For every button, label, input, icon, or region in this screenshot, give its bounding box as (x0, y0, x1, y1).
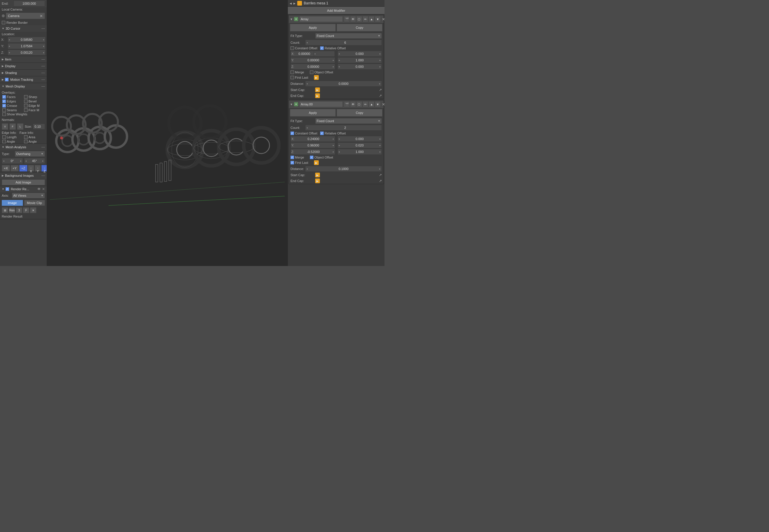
modifier1-rel-x-right-icon[interactable]: ▸ (379, 52, 381, 55)
modifier1-down-icon[interactable]: ▼ (375, 16, 381, 22)
render-result-eye-icon[interactable]: 👁 (37, 187, 41, 191)
modifier2-rel-y-field[interactable]: ◂ 0.020 ▸ (337, 142, 382, 148)
modifier1-rel-y-right-icon[interactable]: ▸ (379, 59, 381, 62)
modifier1-distance-left-icon[interactable]: ◂ (305, 82, 309, 85)
axis-neg-y-btn[interactable]: -Y (35, 165, 41, 171)
modifier2-rel-x-right-icon[interactable]: ▸ (379, 137, 381, 140)
modifier1-object-offset-checkbox[interactable] (310, 70, 313, 74)
modifier1-realtime-icon[interactable]: ⬡ (356, 16, 362, 22)
crease-checkbox[interactable] (2, 104, 6, 107)
modifier2-const-x-right-icon[interactable]: ▸ (332, 137, 335, 140)
modifier1-rel-x-left-icon[interactable]: ◂ (338, 52, 340, 55)
normals-loop-btn[interactable]: L (17, 123, 23, 130)
modifier1-const-x-field[interactable]: X: 0.00000 ▸ (290, 51, 335, 57)
modifier1-rel-z-field[interactable]: ◂ 0.000 ▸ (337, 64, 382, 70)
render-border-checkbox[interactable] (2, 21, 5, 24)
modifier2-first-last-checkbox[interactable] (290, 161, 294, 164)
modifier1-count-field[interactable]: ◂ 6 (305, 40, 382, 46)
modifier2-arrow-icon[interactable]: ▼ (290, 103, 293, 106)
cursor-z-right-arrow[interactable]: ▸ (43, 51, 45, 54)
motion-tracking-checkbox[interactable] (5, 78, 9, 81)
mesh-analysis-close-icon[interactable]: — (41, 145, 45, 149)
modifier2-const-z-field[interactable]: Z: -0.52000 ▸ (290, 149, 335, 155)
render-btn[interactable]: Ren (9, 207, 15, 213)
modifier1-rel-z-right-icon[interactable]: ▸ (379, 65, 381, 68)
render-axis-dropdown[interactable]: All Views ▼ (12, 193, 45, 198)
face-m-checkbox[interactable] (24, 108, 28, 112)
angle-min-right-icon[interactable]: ▸ (19, 159, 23, 162)
nav-back-icon[interactable]: ◂ (289, 1, 292, 6)
modifier1-name-input[interactable] (299, 16, 343, 22)
axis-neg-z-btn[interactable]: -Z (41, 165, 47, 171)
cursor-y-left-arrow[interactable]: ◂ (8, 45, 11, 48)
modifier1-edit-icon[interactable]: ✏ (362, 16, 368, 22)
length-checkbox[interactable] (2, 135, 6, 139)
modifier2-merge-checkbox[interactable] (290, 156, 294, 159)
modifier2-apply-button[interactable]: Apply (290, 109, 336, 117)
add-modifier-button[interactable]: Add Modifier (288, 7, 384, 14)
modifier2-rel-z-left-icon[interactable]: ◂ (338, 150, 340, 153)
modifier2-const-y-field[interactable]: Y: 0.96000 ▸ (290, 142, 335, 148)
modifier2-count-field[interactable]: ◂ 2 (305, 125, 382, 131)
axis-neg-x-btn[interactable]: -X (28, 165, 34, 171)
render-result-close-icon[interactable]: ✕ (42, 187, 45, 191)
mesh-display-header[interactable]: ▼ Mesh Display — (0, 83, 47, 90)
render-num-btn[interactable]: 3 (16, 207, 22, 213)
modifier1-count-left-icon[interactable]: ◂ (305, 41, 309, 44)
angle-max-left-icon[interactable]: ◂ (24, 159, 28, 162)
modifier2-down-icon[interactable]: ▼ (375, 101, 381, 107)
cursor-section-header[interactable]: ▼ 3D Cursor — (0, 25, 47, 32)
render-result-header[interactable]: ▼ Render Re... 👁 ✕ (0, 186, 47, 192)
modifier2-view-icon[interactable]: 👁 (350, 101, 356, 107)
camera-field[interactable]: Camera ✕ (6, 13, 45, 19)
sharp-checkbox[interactable] (24, 95, 28, 99)
item-close-icon[interactable]: — (41, 57, 45, 61)
modifier2-rel-z-right-icon[interactable]: ▸ (379, 150, 381, 153)
modifier1-rel-z-left-icon[interactable]: ◂ (338, 65, 340, 68)
cursor-x-right-arrow[interactable]: ▸ (43, 38, 45, 41)
render-f-btn[interactable]: F (23, 207, 29, 213)
motion-tracking-header[interactable]: ▶ Motion Tracking — (0, 76, 47, 83)
modifier2-close-button[interactable]: ✕ (382, 102, 384, 107)
modifier2-const-z-right-icon[interactable]: ▸ (332, 150, 335, 153)
bg-images-header[interactable]: ▶ Background Images — (0, 172, 47, 179)
modifier2-render-icon[interactable]: 🎬 (344, 101, 350, 107)
modifier1-copy-button[interactable]: Copy (336, 24, 382, 31)
display-section-header[interactable]: ▶ Display — (0, 63, 47, 69)
modifier2-relative-offset-checkbox[interactable] (320, 132, 324, 135)
axis-x-btn[interactable]: +X (2, 165, 10, 171)
nav-forward-icon[interactable]: ▸ (293, 1, 295, 6)
modifier1-render-icon[interactable]: 🎬 (344, 16, 350, 22)
modifier1-end-cap-link-icon[interactable]: ↗ (379, 94, 382, 98)
end-value-field[interactable]: 1000.000 (14, 1, 45, 6)
modifier1-apply-button[interactable]: Apply (290, 24, 336, 31)
bevel-checkbox[interactable] (24, 100, 28, 103)
modifier1-first-last-checkbox[interactable] (290, 76, 294, 79)
movie-clip-button[interactable]: Movie Clip (24, 200, 45, 206)
modifier1-distance-right-icon[interactable]: ▸ (378, 82, 381, 85)
modifier2-const-x-field[interactable]: X: 0.24000 ▸ (290, 136, 335, 142)
render-result-checkbox[interactable] (6, 187, 9, 191)
modifier1-const-x-right-icon[interactable]: ▸ (314, 51, 334, 57)
modifier2-object-offset-checkbox[interactable] (310, 156, 313, 159)
modifier2-rel-z-field[interactable]: ◂ 1.000 ▸ (337, 149, 382, 155)
modifier1-arrow-icon[interactable]: ▼ (290, 18, 293, 21)
modifier1-merge-checkbox[interactable] (290, 70, 294, 74)
item-section-header[interactable]: ▶ Item — (0, 56, 47, 63)
modifier1-fit-type-dropdown[interactable]: Fixed Count ▼ (315, 33, 382, 39)
modifier2-distance-field[interactable]: ◂ 0.1000 ▸ (305, 166, 382, 172)
modifier2-realtime-icon[interactable]: ⬡ (356, 101, 362, 107)
add-image-button[interactable]: Add Image (2, 179, 45, 185)
camera-close-icon[interactable]: ✕ (40, 14, 43, 18)
shading-close-icon[interactable]: — (41, 71, 45, 75)
mesh-analysis-header[interactable]: ▼ Mesh Analysis — (0, 144, 47, 150)
type-dropdown[interactable]: Overhang ▼ (15, 151, 45, 157)
render-close-btn[interactable]: ✕ (30, 207, 36, 213)
modifier1-rel-y-field[interactable]: ◂ 1.000 ▸ (337, 57, 382, 63)
modifier1-constant-offset-checkbox[interactable] (290, 46, 294, 50)
angle-min-field[interactable]: ◂ 0° ▸ (2, 158, 23, 164)
modifier1-start-cap-link-icon[interactable]: ↗ (379, 88, 382, 92)
mesh-display-close-icon[interactable]: — (41, 84, 45, 88)
modifier2-start-cap-link-icon[interactable]: ↗ (379, 173, 382, 177)
modifier2-count-left-icon[interactable]: ◂ (305, 126, 309, 129)
